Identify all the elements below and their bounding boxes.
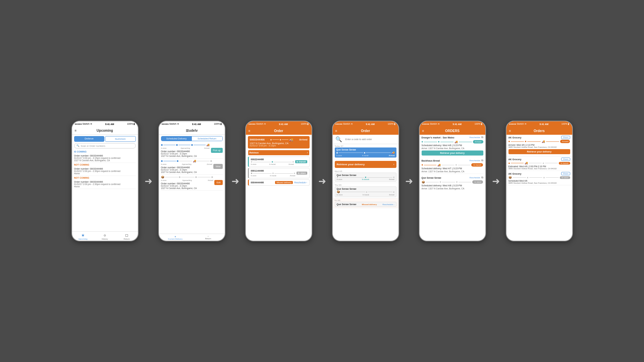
order-addr-2: Home <box>74 172 136 175</box>
order-num-2: Order number: 0003344466 <box>74 168 136 170</box>
store-name2-2: AK Grocery <box>508 158 522 161</box>
sub-track-2 <box>251 173 296 174</box>
delivery-item-1[interactable]: 🚚 In store Approaching Arrived Order num… <box>161 142 223 159</box>
sub-track-1 <box>251 161 294 163</box>
arrived-label-3: Arrived <box>299 138 308 141</box>
reschedule-btn-2[interactable]: Reschedule <box>470 160 480 162</box>
menu-icon-1[interactable]: ≡ <box>75 129 77 132</box>
order-entry-box: Que Seraw Seraw 🚚 In storeIn transitArri… <box>335 147 396 158</box>
pickup-btn[interactable]: Pick up <box>211 148 223 153</box>
menu-icon-3[interactable]: ≡ <box>249 129 251 133</box>
line8 <box>181 177 195 177</box>
tab-delieve[interactable]: Delieve <box>74 136 104 142</box>
header-5: ≡ ORDERS <box>420 127 485 135</box>
status-center-1: 9:41 AM <box>105 123 114 125</box>
search-bar-1[interactable]: 🔍 Scan or Order numbers <box>74 143 136 148</box>
nav2-return[interactable]: ○ Return <box>192 235 225 240</box>
order-entry-top[interactable]: Today 4/7 Que Seraw Seraw 🚚 In storeIn t… <box>333 144 398 160</box>
progress-row-2: 🚚 In transit <box>422 163 483 167</box>
delivery-item-3[interactable]: 📦 In store Approaching Arrived Order num… <box>161 175 223 191</box>
progress-row-6-3: 📦 In store <box>508 176 570 179</box>
sub-card-2[interactable]: 0001144466 In storeIn transitArrived In … <box>248 168 310 178</box>
dot2 <box>176 144 178 146</box>
menu-icon-4[interactable]: ≡ <box>335 129 337 133</box>
menu-icon-2[interactable]: ≡ <box>186 128 189 134</box>
order-item-1[interactable]: Order number: 0003344466 01/01/17 3:00 p… <box>74 154 136 163</box>
reschedule-btn-3[interactable]: Reschedule <box>470 177 480 179</box>
line3 <box>194 145 206 145</box>
intransit-pill-2: In transit <box>471 163 483 167</box>
line2 <box>178 145 191 145</box>
dot3 <box>191 144 193 146</box>
reschedule-link-4[interactable]: Reschedule › <box>382 203 394 205</box>
search-input-4[interactable] <box>343 137 396 141</box>
bottom-nav-1: ★ Upcoming ○ History □ Return <box>72 231 138 241</box>
progress-row-3: 📦 In store <box>422 180 483 184</box>
share-icon-2[interactable]: ⧉ <box>481 159 483 162</box>
status-bar-2: ●●●●● Sketch ≋ 9:41 AM 100% ▮ <box>159 121 225 127</box>
nav-history[interactable]: ○ History <box>94 233 116 240</box>
reschedule-btn-1[interactable]: Reschedule <box>470 136 480 138</box>
retrieve-btn-3[interactable]: Retrieve › <box>248 150 310 156</box>
reschedule-link-1[interactable]: Reschedule › <box>294 181 307 184</box>
box-icon-1: 📦 <box>161 176 164 179</box>
store-row-3: AK Grocery Share <box>508 172 570 175</box>
track-3: 📦 <box>161 176 213 179</box>
store-1: Draeger's market - San Mateo Reschedule … <box>422 135 483 156</box>
order-num-1: Order number: 0003344466 <box>74 155 136 157</box>
menu-icon-6[interactable]: ≡ <box>509 129 511 133</box>
truck-icon-1: 🚚 <box>206 143 210 146</box>
order-entry-3[interactable]: Thu 4/9 Que Seraw Seraw 📦 In storeIn tra… <box>333 183 398 198</box>
edit-btn[interactable]: Edit <box>214 180 222 185</box>
order-item-2[interactable]: Order number: 0003344466 01/02/17 2:00 p… <box>74 167 136 176</box>
orders-list-item-3: AK Grocery Share 📦 In store Scheduled We… <box>506 171 572 185</box>
divider-1 <box>422 157 483 157</box>
store-header-2: Backhaus Bread Reschedule ⧉ <box>422 158 483 163</box>
track-labels-1: In store Approaching Arrived <box>161 147 210 149</box>
share-btn-2[interactable]: Share <box>561 158 570 161</box>
search-placeholder-1: Scan or Order numbers <box>81 145 105 147</box>
order-num-3: Order number: 0003344466 <box>74 181 136 183</box>
chevron-right-3: › <box>307 152 308 154</box>
order-entry-2[interactable]: Wed 4/8 Que Seraw Seraw In storeIn trans… <box>333 169 398 183</box>
share-icon-3[interactable]: ⧉ <box>481 176 483 179</box>
sub-card-3[interactable]: 0004444466 Missed delivery Reschedule › <box>248 179 310 186</box>
card-header-3: 0003344466 🚚 Arrived <box>250 138 308 141</box>
search-icon-1: 🔍 <box>76 144 79 147</box>
sub-id-1: 0002244466 <box>251 158 294 161</box>
retrieve-orange-1[interactable]: Retrieve your delivery <box>508 149 570 154</box>
share-btn-3[interactable]: Share <box>561 172 570 175</box>
sub-card-1[interactable]: 0002244466 In storeIn transitArrived In … <box>248 157 310 167</box>
track-labels-3: In store Approaching Arrived <box>161 179 213 181</box>
nav-upcoming[interactable]: ★ Upcoming <box>72 233 94 240</box>
status-left-1: ●●●●● Sketch ≋ <box>75 123 92 125</box>
seg-tab-scheduled-return[interactable]: Scheduled Return <box>192 136 222 141</box>
order-item-3[interactable]: Order number: 0003344466 01/02/17 2:00 p… <box>74 180 136 189</box>
screen3-title: Order <box>274 129 283 133</box>
order-entry-4[interactable]: Fri 4/6 Que Seraw Seraw Missed delivery … <box>333 198 398 208</box>
retrieve-big-btn-4[interactable]: Retrieve your delivery › <box>335 161 396 168</box>
nav-return[interactable]: □ Return <box>116 233 138 240</box>
today-label: Today 4/7 <box>335 145 396 147</box>
menu-icon-5[interactable]: ≡ <box>422 129 424 133</box>
seg-tab-scheduled-delivery[interactable]: Scheduled Delivery <box>161 136 192 141</box>
sched-info-1: Scheduled delivery: Wed 4/6 | 3:15 PM <box>422 144 483 146</box>
store-2: Backhaus Bread Reschedule ⧉ 🚚 In transit… <box>422 158 483 173</box>
nav2-current[interactable]: ★ Current Delivery <box>159 235 192 240</box>
progress-row-6-2: 🚚 In transit <box>508 162 570 165</box>
store-header-1: Draeger's market - San Mateo Reschedule … <box>422 135 483 140</box>
dot5 <box>177 160 178 162</box>
track-1: 🚚 <box>161 143 210 146</box>
share-icon-1[interactable]: ⧉ <box>481 136 483 139</box>
dot7 <box>179 176 180 178</box>
delivery-item-2[interactable]: 🚚 In store Approaching Arrived Order num… <box>161 159 223 175</box>
search-icon-4: 🔍 <box>335 136 342 142</box>
retrieve-teal-1[interactable]: Retrieve your delivery <box>422 150 483 156</box>
date-info-3: Scheduled Wed 4/6 <box>508 180 570 182</box>
line7 <box>165 177 178 177</box>
tab-summon[interactable]: Summon <box>105 136 136 142</box>
arrive-info-3: Arrive: 1327 N Carolan Ave, Burlingame, … <box>422 187 483 190</box>
share-btn-1[interactable]: Share <box>561 136 570 139</box>
arrived-orange-1: Arrived <box>560 140 570 143</box>
view-btn[interactable]: View <box>213 164 222 169</box>
